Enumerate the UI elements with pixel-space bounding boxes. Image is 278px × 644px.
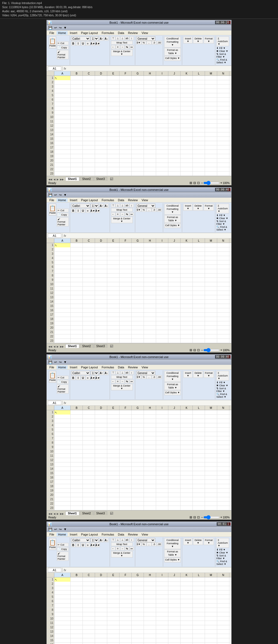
cell-B8[interactable] <box>71 441 83 445</box>
cell-M6[interactable] <box>205 98 217 102</box>
cell-F8[interactable] <box>119 441 132 445</box>
cell-A5[interactable] <box>54 260 71 265</box>
cell-I3[interactable] <box>156 85 168 89</box>
cell-A17[interactable] <box>54 145 71 150</box>
cell-D18[interactable] <box>95 484 107 489</box>
col-header-H[interactable]: H <box>144 406 156 410</box>
cell-F10[interactable] <box>119 282 132 287</box>
page-layout-view-button[interactable]: ⊟ <box>193 181 196 185</box>
cell-O15[interactable] <box>229 471 231 475</box>
cell-E6[interactable] <box>107 432 119 436</box>
formula-input[interactable] <box>67 234 230 238</box>
cell-B8[interactable] <box>71 273 83 278</box>
cell-J11[interactable] <box>168 119 181 124</box>
cell-M14[interactable] <box>205 132 217 137</box>
cell-E15[interactable] <box>107 638 119 643</box>
next-sheet-button[interactable]: ▶ <box>56 512 59 515</box>
cell-I3[interactable] <box>156 419 168 423</box>
cell-B5[interactable] <box>71 595 83 599</box>
wrap-text-button[interactable]: ab <box>125 371 129 375</box>
cell-C6[interactable] <box>83 98 95 102</box>
cell-K2[interactable] <box>181 247 193 252</box>
cell-O7[interactable] <box>229 603 231 608</box>
cell-O5[interactable] <box>229 260 231 265</box>
cell-D17[interactable] <box>95 313 107 317</box>
cell-H15[interactable] <box>144 471 156 475</box>
cell-B11[interactable] <box>71 454 83 458</box>
cell-F14[interactable] <box>119 467 132 471</box>
col-header-J[interactable]: J <box>168 238 181 243</box>
cell-A13[interactable] <box>54 462 71 467</box>
cell-F8[interactable] <box>119 106 132 111</box>
sheet-tab-sheet3[interactable]: Sheet3 <box>94 177 108 181</box>
cell-G14[interactable] <box>132 634 144 638</box>
cell-D13[interactable] <box>95 630 107 634</box>
cell-K6[interactable] <box>181 265 193 269</box>
format-table-button[interactable]: Format as Table ▼ <box>164 48 181 56</box>
cell-G20[interactable] <box>132 158 144 163</box>
cell-N1[interactable] <box>217 243 229 247</box>
cell-O1[interactable] <box>229 410 231 415</box>
dec-decrease-button[interactable]: .00 <box>157 208 162 212</box>
cell-C13[interactable] <box>83 462 95 467</box>
cell-E15[interactable] <box>107 304 119 308</box>
cell-N5[interactable] <box>217 260 229 265</box>
cell-A13[interactable] <box>54 295 71 300</box>
formula-input[interactable] <box>67 401 230 405</box>
cell-M13[interactable] <box>205 128 217 132</box>
cell-L7[interactable] <box>193 102 205 106</box>
dec-increase-button[interactable]: .0 <box>152 542 157 546</box>
prev-sheet-button[interactable]: ◀ <box>53 345 56 348</box>
cell-K15[interactable] <box>181 304 193 308</box>
cell-J18[interactable] <box>168 317 181 321</box>
cell-O2[interactable] <box>229 247 231 252</box>
cut-button[interactable]: ✂ Cut <box>57 41 69 45</box>
cell-B19[interactable] <box>71 154 83 158</box>
cell-C13[interactable] <box>83 295 95 300</box>
cell-D12[interactable] <box>95 291 107 295</box>
cell-G5[interactable] <box>132 260 144 265</box>
cell-K11[interactable] <box>181 287 193 291</box>
cell-K13[interactable] <box>181 295 193 300</box>
cell-C14[interactable] <box>83 300 95 304</box>
cell-I8[interactable] <box>156 608 168 612</box>
cell-B17[interactable] <box>71 313 83 317</box>
cell-N5[interactable] <box>217 595 229 599</box>
cell-B1[interactable] <box>71 76 83 80</box>
cell-I10[interactable] <box>156 282 168 287</box>
orientation-button[interactable]: ↕ <box>129 538 134 542</box>
cell-G19[interactable] <box>132 154 144 158</box>
cell-C3[interactable] <box>83 85 95 89</box>
undo-qat-button[interactable]: ↩ <box>54 360 58 364</box>
cell-F16[interactable] <box>119 141 132 145</box>
cell-L12[interactable] <box>193 291 205 295</box>
autosum-button[interactable]: Σ AutoSum ▼ <box>216 36 229 46</box>
cell-C14[interactable] <box>83 467 95 471</box>
cell-M3[interactable] <box>205 85 217 89</box>
cell-B5[interactable] <box>71 93 83 98</box>
cell-E16[interactable] <box>107 475 119 480</box>
cell-G20[interactable] <box>132 493 144 497</box>
cell-N3[interactable] <box>217 419 229 423</box>
cell-A11[interactable] <box>54 621 71 625</box>
cell-N6[interactable] <box>217 599 229 603</box>
col-header-M[interactable]: M <box>205 71 217 76</box>
col-header-J[interactable]: J <box>168 573 181 577</box>
cell-A8[interactable] <box>54 273 71 278</box>
cell-E13[interactable] <box>107 128 119 132</box>
cell-E1[interactable] <box>107 410 119 415</box>
font-name-select[interactable]: Calibri <box>71 538 90 542</box>
cell-H4[interactable] <box>144 423 156 428</box>
cell-H12[interactable] <box>144 625 156 630</box>
cell-E22[interactable] <box>107 167 119 172</box>
cell-D9[interactable] <box>95 111 107 115</box>
cell-G16[interactable] <box>132 308 144 313</box>
cell-L14[interactable] <box>193 467 205 471</box>
cell-I15[interactable] <box>156 638 168 643</box>
cell-J23[interactable] <box>168 339 181 343</box>
cell-J15[interactable] <box>168 137 181 141</box>
zoom-slider[interactable] <box>203 516 220 519</box>
cell-C20[interactable] <box>83 158 95 163</box>
cell-E1[interactable] <box>107 577 119 582</box>
col-header-L[interactable]: L <box>193 406 205 410</box>
